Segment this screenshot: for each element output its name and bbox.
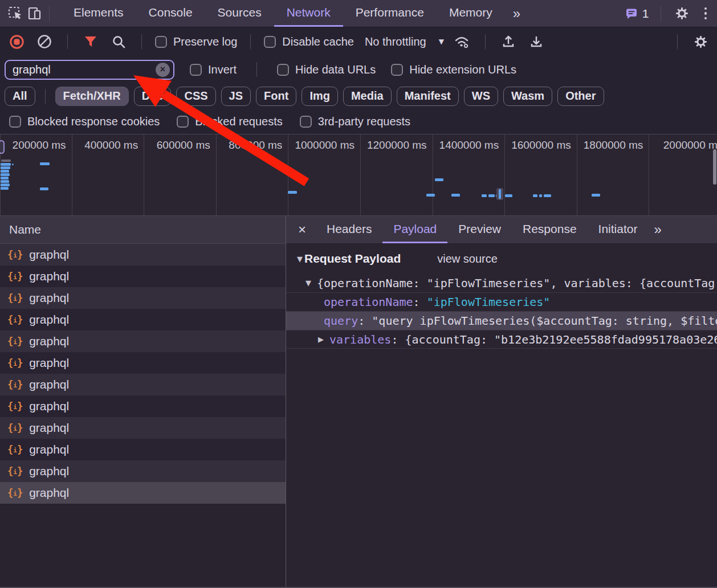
type-filter-manifest[interactable]: Manifest [397, 87, 459, 106]
tab-console[interactable]: Console [136, 0, 205, 27]
clear-network-log-icon[interactable] [35, 32, 54, 51]
blocked-response-cookies-checkbox[interactable]: Blocked response cookies [9, 115, 160, 128]
issues-badge[interactable]: 1 [625, 7, 649, 21]
request-row[interactable]: {i}graphql [0, 417, 286, 439]
tab-network[interactable]: Network [274, 0, 343, 27]
brace: } [17, 401, 23, 412]
request-row[interactable]: {i}graphql [0, 266, 286, 287]
network-conditions-icon[interactable] [453, 32, 472, 51]
waterfall-bar [426, 194, 435, 197]
timeline-tick: 200000 ms [0, 134, 72, 215]
hide-extension-urls-checkbox[interactable]: Hide extension URLs [391, 63, 516, 76]
more-options-menu-icon[interactable] [699, 7, 713, 20]
type-filter-img[interactable]: Img [302, 87, 338, 106]
type-filter-css[interactable]: CSS [176, 87, 215, 106]
checkbox[interactable] [177, 116, 189, 128]
import-har-icon[interactable] [499, 32, 518, 51]
checkbox[interactable] [9, 116, 21, 128]
request-payload-section: ▼ Request Payload view source [286, 244, 717, 273]
more-tabs-chevron-icon[interactable]: » [505, 0, 528, 27]
network-toolbar: Preserve log Disable cache No throttling… [0, 27, 717, 56]
detail-tab-initiator[interactable]: Initiator [588, 216, 649, 243]
network-overview-timeline[interactable]: 200000 ms400000 ms600000 ms800000 ms1000… [0, 134, 717, 216]
preserve-log-checkbox[interactable]: Preserve log [155, 35, 237, 48]
payload-value: "ipFlowTimeseries" [427, 295, 551, 309]
3rd-party-requests-checkbox[interactable]: 3rd-party requests [300, 115, 410, 128]
type-filter-other[interactable]: Other [557, 87, 604, 106]
checkbox[interactable] [155, 36, 167, 48]
payload-line[interactable]: ▶variables: {accountTag: "b12e3b2192ee55… [286, 330, 717, 349]
search-icon[interactable] [109, 32, 128, 51]
invert-checkbox[interactable]: Invert [190, 63, 237, 76]
inspect-element-icon[interactable] [6, 4, 25, 23]
detail-tab-preview[interactable]: Preview [447, 216, 512, 243]
tab-memory[interactable]: Memory [437, 0, 505, 27]
hide-data-urls-checkbox[interactable]: Hide data URLs [277, 63, 376, 76]
checkbox[interactable] [264, 36, 276, 48]
filter-input[interactable] [11, 63, 156, 77]
request-row[interactable]: {i}graphql [0, 439, 286, 460]
record-network-log-icon[interactable] [7, 32, 26, 51]
waterfall-bar [288, 191, 297, 194]
filter-input-box[interactable]: × [5, 60, 174, 80]
brace: { [7, 401, 13, 412]
brace: { [7, 249, 13, 260]
type-filter-js[interactable]: JS [221, 87, 251, 106]
payload-line[interactable]: query: "query ipFlowTimeseries($accountT… [286, 311, 717, 330]
brace: { [7, 271, 13, 282]
request-row[interactable]: {i}graphql [0, 460, 286, 482]
collapsed-triangle-icon[interactable]: ▶ [318, 335, 329, 344]
blocked-requests-checkbox[interactable]: Blocked requests [177, 115, 282, 128]
disable-cache-checkbox[interactable]: Disable cache [264, 35, 354, 48]
payload-line[interactable]: ▼{operationName: "ipFlowTimeseries", var… [286, 273, 717, 292]
payload-line[interactable]: operationName: "ipFlowTimeseries" [286, 292, 717, 311]
type-filter-media[interactable]: Media [343, 87, 392, 106]
tab-performance[interactable]: Performance [343, 0, 437, 27]
request-row[interactable]: {i}graphql [0, 287, 286, 309]
brace: } [17, 336, 23, 347]
type-filter-doc[interactable]: Doc [134, 87, 172, 106]
request-row[interactable]: {i}graphql [0, 330, 286, 352]
request-row[interactable]: {i}graphql [0, 309, 286, 330]
export-har-icon[interactable] [527, 32, 546, 51]
checkbox[interactable] [391, 64, 403, 76]
detail-tab-response[interactable]: Response [512, 216, 588, 243]
request-row[interactable]: {i}graphql [0, 374, 286, 395]
more-detail-tabs-chevron-icon[interactable]: » [648, 216, 667, 243]
tab-elements[interactable]: Elements [61, 0, 136, 27]
waterfall-bar [539, 194, 542, 197]
request-row[interactable]: {i}graphql [0, 395, 286, 417]
divider [485, 34, 486, 49]
name-column-header[interactable]: Name [0, 216, 286, 244]
request-row[interactable]: {i}graphql [0, 482, 286, 504]
timeline-scroll-handle-left[interactable] [0, 140, 5, 154]
section-expand-icon[interactable]: ▼ [297, 255, 303, 263]
settings-gear-icon[interactable] [673, 4, 692, 23]
view-source-link[interactable]: view source [437, 252, 498, 266]
divider [677, 34, 678, 49]
checkbox[interactable] [300, 116, 312, 128]
expanded-triangle-icon[interactable]: ▼ [305, 279, 317, 287]
type-filter-all[interactable]: All [5, 87, 35, 106]
checkbox[interactable] [190, 64, 202, 76]
device-toolbar-icon[interactable] [25, 4, 44, 23]
detail-tab-payload[interactable]: Payload [382, 216, 447, 243]
tab-sources[interactable]: Sources [205, 0, 274, 27]
request-row[interactable]: {i}graphql [0, 352, 286, 374]
checkbox[interactable] [277, 64, 289, 76]
close-detail-icon[interactable]: × [286, 216, 316, 243]
preserve-log-label: Preserve log [173, 35, 237, 48]
json-request-icon: {i} [7, 271, 23, 282]
throttling-select[interactable]: No throttling ▼ [365, 35, 444, 48]
detail-tab-headers[interactable]: Headers [316, 216, 382, 243]
type-filter-fetch-xhr[interactable]: Fetch/XHR [55, 87, 129, 106]
type-filter-ws[interactable]: WS [464, 87, 498, 106]
brace: { [7, 444, 13, 455]
filter-icon[interactable] [81, 32, 100, 51]
network-settings-gear-icon[interactable] [691, 32, 710, 51]
timeline-scroll-handle-right[interactable] [713, 149, 716, 185]
request-row[interactable]: {i}graphql [0, 244, 286, 266]
type-filter-wasm[interactable]: Wasm [503, 87, 552, 106]
clear-filter-icon[interactable]: × [156, 63, 170, 77]
type-filter-font[interactable]: Font [256, 87, 296, 106]
